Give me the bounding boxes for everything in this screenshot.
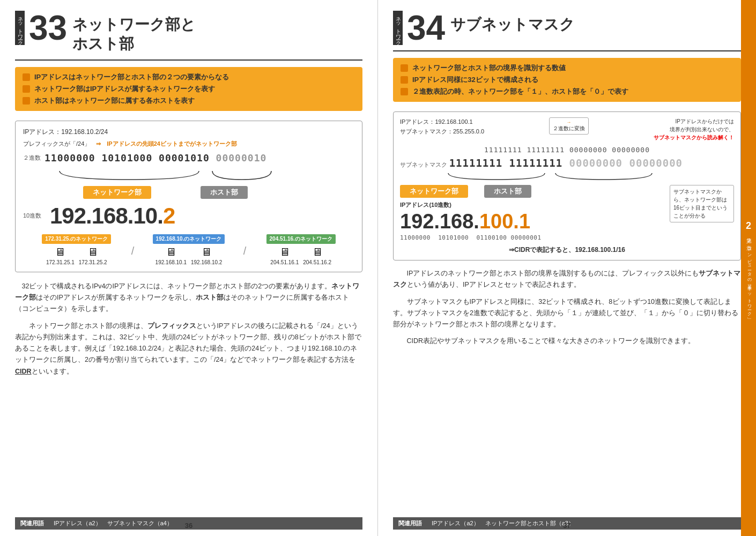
subnet-bottom-row: ネットワーク部 ホスト部 IPアドレス(10進数) 192.168.100.1 … xyxy=(400,185,734,241)
left-page: ネットワーク 33 ネットワーク部と ホスト部 IPアドレスはネットワーク部とホ… xyxy=(0,0,378,536)
network-group-3: 204.51.16.のネットワーク 🖥 204.51.16.1 🖥 204.51… xyxy=(247,234,354,265)
chapter-sidebar-left: ネットワーク xyxy=(15,11,25,45)
node-3b: 🖥 204.51.16.2 xyxy=(303,246,331,265)
ip10-label: IPアドレス(10進数) xyxy=(400,201,664,209)
node-addr-2a: 192.168.10.1 xyxy=(155,259,187,265)
summary-square-r2 xyxy=(401,76,408,84)
summary-box-right: ネットワーク部とホスト部の境界を識別する数値 IPアドレス同様に32ビットで構成… xyxy=(393,58,741,102)
diagram-box-left: IPアドレス：192.168.10.2/24 プレフィックスが「/24」 ⇒ I… xyxy=(15,121,362,272)
chapter-num-left: 33 xyxy=(29,11,67,45)
node-3a: 🖥 204.51.16.1 xyxy=(270,246,299,265)
chapter-title-left: ネットワーク部と ホスト部 xyxy=(72,11,196,54)
decimal-label: 10進数 xyxy=(23,212,50,220)
body-paragraph-r1: IPアドレスのネットワーク部とホスト部の境界を識別するものには、プレフィックス以… xyxy=(393,268,741,291)
cidr-note: ⇒CIDRで表記すると、192.168.100.1/16 xyxy=(400,245,734,255)
subnet-top-row: IPアドレス：192.168.100.1 サブネットマスク：255.255.0.… xyxy=(400,117,734,142)
network-nodes: 172.31.25.のネットワーク 🖥 172.31.25.1 🖥 172.31… xyxy=(23,234,354,265)
network-label-1: 172.31.25.のネットワーク xyxy=(42,234,111,244)
chapter2-sidebar: 2 第２章 コンピュータの基本「ネットワーク」 xyxy=(741,0,756,536)
computer-icon-2b: 🖥 xyxy=(201,246,212,258)
node-addr-1a: 172.31.25.1 xyxy=(46,259,75,265)
summary-square-3 xyxy=(23,97,30,105)
prefix-line: プレフィックスが「/24」 ⇒ IPアドレスの先頭24ビットまでがネットワーク部 xyxy=(23,140,354,148)
summary-item-r3: ２進数表記の時、ネットワーク部を「１」、ホスト部を「０」で表す xyxy=(401,87,733,96)
chapter-num-right: 34 xyxy=(407,11,445,45)
computer-icon-2a: 🖥 xyxy=(166,246,176,258)
separator-1: / xyxy=(130,245,136,257)
summary-item-2: ネットワーク部はIPアドレスが属するネットワークを表す xyxy=(23,84,355,94)
subnet-left-section: ネットワーク部 ホスト部 IPアドレス(10進数) 192.168.100.1 … xyxy=(400,185,664,241)
chapter-header-right: ネットワーク 34 サブネットマスク xyxy=(393,11,741,45)
chapter-sidebar-right: ネットワーク xyxy=(393,11,403,45)
convert-arrow-box: → ２進数に変換 xyxy=(549,117,589,135)
summary-square-r1 xyxy=(401,64,408,72)
separator-2: / xyxy=(242,245,248,257)
chapter2-sub: コンピュータの基本「ネットワーク」 xyxy=(746,244,752,316)
big-ip-display: 192.168.10.2 xyxy=(50,203,175,229)
chapter2-num: 2 xyxy=(746,220,751,232)
chapter2-label: 第２章 xyxy=(745,234,752,242)
subnet-diagram: IPアドレス：192.168.100.1 サブネットマスク：255.255.0.… xyxy=(393,111,741,260)
binary-row-label: ２進数 xyxy=(23,154,45,162)
body-paragraph-1: 32ビットで構成されるIPv4のIPアドレスには、ネットワーク部とホスト部の2つ… xyxy=(15,281,362,315)
related-terms-content-left: IPアドレス（a2） サブネットマスク（a4） xyxy=(54,519,173,527)
diagram-ip-label: IPアドレス：192.168.10.2/24 xyxy=(23,128,354,137)
node-1a: 🖥 172.31.25.1 xyxy=(46,246,75,265)
network-label-2: 192.168.10.のネットワーク xyxy=(153,234,225,244)
binary-digits: 11000000 10101000 00001010 00000010 xyxy=(45,152,266,163)
host-part-label: ホスト部 xyxy=(201,186,248,199)
subnet-ip-info: IPアドレス：192.168.100.1 サブネットマスク：255.255.0.… xyxy=(400,117,484,136)
node-2b: 🖥 192.168.10.2 xyxy=(191,246,222,265)
summary-item-1: IPアドレスはネットワーク部とホスト部の２つの要素からなる xyxy=(23,72,355,82)
summary-item-r2: IPアドレス同様に32ビットで構成される xyxy=(401,75,733,85)
node-1b: 🖥 172.31.25.2 xyxy=(79,246,107,265)
chapter-header-left: ネットワーク 33 ネットワーク部と ホスト部 xyxy=(15,11,362,54)
node-addr-3b: 204.51.16.2 xyxy=(303,259,331,265)
binary-ip-display: 11111111 11111111 00000000 00000000 xyxy=(484,146,650,154)
brace-svg xyxy=(54,169,354,184)
network-group-1: 172.31.25.のネットワーク 🖥 172.31.25.1 🖥 172.31… xyxy=(23,234,130,265)
node-2a: 🖥 192.168.10.1 xyxy=(155,246,187,265)
computer-icon-1b: 🖥 xyxy=(87,246,98,258)
related-terms-content-right: IPアドレス（a2） ネットワーク部とホスト部（a3） xyxy=(432,519,574,527)
subnet-binary-row: 11111111 11111111 00000000 00000000 xyxy=(449,157,683,169)
summary-item-3: ホスト部はネットワーク部に属する各ホストを表す xyxy=(23,96,355,106)
chapter-title-right: サブネットマスク xyxy=(450,11,575,34)
binary-row: ２進数 11000000 10101000 00001010 00000010 xyxy=(23,152,354,163)
subnet-host-label: ホスト部 xyxy=(484,185,531,198)
subnet-right-note: サブネットマスクから、ネットワーク部は16ビット目までということが分かる xyxy=(670,185,734,222)
right-page: ネットワーク 34 サブネットマスク ネットワーク部とホスト部の境界を識別する数… xyxy=(378,0,756,536)
summary-square-1 xyxy=(23,73,30,81)
binary-bottom: 11000000 10101000 01100100 00000001 xyxy=(400,234,664,241)
computer-icon-1a: 🖥 xyxy=(55,246,65,258)
subnet-network-label: ネットワーク部 xyxy=(400,185,468,198)
summary-item-r1: ネットワーク部とホスト部の境界を識別する数値 xyxy=(401,63,733,73)
page-num-left: 36 xyxy=(185,522,192,530)
body-paragraph-2: ネットワーク部とホスト部の境界は、プレフィックスというIPアドレスの後ろに記載さ… xyxy=(15,321,362,377)
network-group-2: 192.168.10.のネットワーク 🖥 192.168.10.1 🖥 192.… xyxy=(135,234,242,265)
summary-square-2 xyxy=(23,85,30,93)
related-terms-title-right: 関連用語 xyxy=(398,519,422,527)
node-addr-2b: 192.168.10.2 xyxy=(191,259,222,265)
node-addr-3a: 204.51.16.1 xyxy=(270,259,299,265)
body-paragraph-r2: サブネットマスクもIPアドレスと同様に、32ビットで構成され、8ビットずつ10進… xyxy=(393,296,741,331)
related-terms-title-left: 関連用語 xyxy=(20,519,44,527)
node-pair-1: 🖥 172.31.25.1 🖥 172.31.25.2 xyxy=(46,246,107,265)
network-label-3: 204.51.16.のネットワーク xyxy=(266,234,336,244)
node-pair-3: 🖥 204.51.16.1 🖥 204.51.16.2 xyxy=(270,246,331,265)
subnet-warning-box: IPアドレスからだけでは 境界が判別出来ないので、 サブネットマスクから読み解く… xyxy=(654,117,734,142)
page-num-right: 37 xyxy=(563,522,570,530)
body-paragraph-r3: CIDR表記やサブネットマスクを用いることで様々な大きさのネットワークを識別でき… xyxy=(393,336,741,347)
computer-icon-3a: 🖥 xyxy=(279,246,290,258)
computer-icon-3b: 🖥 xyxy=(312,246,323,258)
node-addr-1b: 172.31.25.2 xyxy=(79,259,107,265)
big-ip2-display: 192.168.100.1 xyxy=(400,210,664,233)
summary-box-left: IPアドレスはネットワーク部とホスト部の２つの要素からなる ネットワーク部はIP… xyxy=(15,67,362,111)
decimal-section: 10進数 192.168.10.2 xyxy=(23,203,354,229)
subnet-binary-section: サブネットマスク 11111111 11111111 00000000 0000… xyxy=(400,157,734,169)
summary-square-r3 xyxy=(401,88,408,95)
node-pair-2: 🖥 192.168.10.1 🖥 192.168.10.2 xyxy=(155,246,223,265)
network-part-label: ネットワーク部 xyxy=(83,186,151,199)
subnet-brace-svg xyxy=(443,171,668,183)
